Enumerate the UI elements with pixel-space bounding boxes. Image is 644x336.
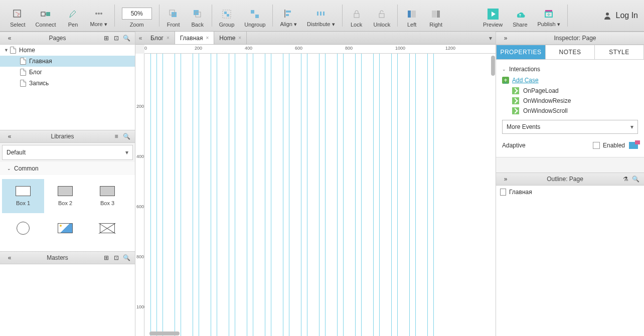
svg-rect-15 <box>255 15 259 18</box>
inspector-header: » Inspector: Page <box>496 32 644 45</box>
tab-notes[interactable]: NOTES <box>545 45 594 60</box>
ruler-tick: 800 <box>136 254 144 259</box>
left-panel-tool[interactable]: Left <box>401 3 423 29</box>
canvas[interactable] <box>144 54 496 336</box>
right-panel-tool[interactable]: Right <box>425 3 447 29</box>
distribute-tool[interactable]: Distribute ▾ <box>303 3 339 29</box>
connect-tool[interactable]: Connect <box>32 3 60 29</box>
more-events-select[interactable]: More Events▾ <box>502 120 638 134</box>
tab-style[interactable]: STYLE <box>594 45 644 60</box>
select-tool[interactable]: Select <box>6 3 30 29</box>
back-tool[interactable]: Back <box>187 3 209 29</box>
tree-item-1[interactable]: Блог <box>0 67 135 78</box>
tab-bar: « Блог× Главная× Home× ▾ <box>135 32 496 45</box>
connect-icon <box>40 9 51 20</box>
box-icon <box>58 186 73 196</box>
add-folder-icon[interactable]: ⊡ <box>112 253 121 262</box>
back-label: Back <box>191 22 203 28</box>
collapse-icon[interactable]: » <box>501 175 510 184</box>
scrollbar-vertical[interactable] <box>491 54 496 336</box>
add-case-button[interactable]: +Add Case <box>502 75 638 86</box>
event-icon <box>512 107 519 114</box>
page-icon <box>20 58 26 65</box>
page-icon <box>20 80 26 87</box>
tab-2[interactable]: Home× <box>214 32 247 44</box>
ungroup-tool[interactable]: Ungroup <box>240 3 269 29</box>
tab-label: STYLE <box>609 49 629 56</box>
front-icon <box>168 9 179 20</box>
adaptive-icon[interactable] <box>629 142 638 149</box>
outline-title: Outline: Page <box>510 176 620 183</box>
lib-ellipse[interactable] <box>2 213 44 247</box>
lib-placeholder[interactable] <box>86 213 128 247</box>
search-icon[interactable]: 🔍 <box>122 34 131 43</box>
search-icon[interactable]: 🔍 <box>122 132 131 141</box>
group-label: Group <box>219 22 235 28</box>
ruler-vertical: 200 400 600 800 1000 <box>135 54 144 336</box>
lib-box2[interactable]: Box 2 <box>44 179 86 213</box>
tab-properties[interactable]: PROPERTIES <box>496 45 545 60</box>
close-icon[interactable]: × <box>206 35 209 41</box>
lib-image[interactable] <box>44 213 86 247</box>
front-tool[interactable]: Front <box>163 3 185 29</box>
align-label: Align ▾ <box>280 21 297 28</box>
event-onpageload[interactable]: OnPageLoad <box>502 86 638 96</box>
add-page-icon[interactable]: ⊞ <box>102 34 111 43</box>
search-icon[interactable]: 🔍 <box>631 175 640 184</box>
library-select[interactable]: Default▾ <box>2 145 133 160</box>
group-tool[interactable]: Group <box>215 3 239 29</box>
lib-box1[interactable]: Box 1 <box>2 179 44 213</box>
tree-item-0[interactable]: Главная <box>0 56 135 67</box>
scrollbar-horizontal[interactable] <box>144 331 496 336</box>
lib-box3[interactable]: Box 3 <box>86 179 128 213</box>
left-panel-icon <box>406 9 417 20</box>
tree-root[interactable]: ▼Home <box>0 45 135 56</box>
svg-rect-23 <box>379 14 384 18</box>
filter-icon[interactable]: ⚗ <box>621 175 630 184</box>
event-onwindowscroll[interactable]: OnWindowScroll <box>502 106 638 116</box>
svg-rect-12 <box>224 12 227 14</box>
tab-arrow-right[interactable]: ▾ <box>486 32 496 44</box>
collapse-icon[interactable]: « <box>5 253 14 262</box>
enabled-checkbox[interactable] <box>593 142 600 149</box>
ellipse-icon <box>17 222 30 235</box>
group-icon <box>221 9 232 20</box>
collapse-icon[interactable]: « <box>5 34 14 43</box>
event-onwindowresize[interactable]: OnWindowResize <box>502 96 638 106</box>
tab-1[interactable]: Главная× <box>175 32 215 44</box>
event-icon <box>512 87 519 94</box>
more-tool[interactable]: More ▾ <box>86 3 111 29</box>
interactions-section[interactable]: ⌄Interactions <box>502 64 638 75</box>
publish-button[interactable]: Publish ▾ <box>534 3 564 29</box>
preview-button[interactable]: Preview <box>479 3 507 29</box>
zoom-tool[interactable]: 50% Zoom <box>118 3 156 29</box>
svg-point-4 <box>95 13 97 15</box>
tab-0[interactable]: Блог× <box>145 32 175 44</box>
masters-header: « Masters ⊞ ⊡ 🔍 <box>0 251 135 264</box>
login-button[interactable]: Log In <box>603 11 638 20</box>
lock-tool[interactable]: Lock <box>346 3 368 29</box>
svg-rect-25 <box>411 11 416 18</box>
tree-item-label: Главная <box>29 58 52 65</box>
pen-tool[interactable]: Pen <box>62 3 84 29</box>
menu-icon[interactable]: ≡ <box>112 132 121 141</box>
add-folder-icon[interactable]: ⊡ <box>112 34 121 43</box>
share-button[interactable]: Share <box>509 3 531 29</box>
page-icon <box>10 47 16 54</box>
tab-arrow-left[interactable]: « <box>135 32 145 44</box>
play-icon <box>488 9 499 20</box>
collapse-icon[interactable]: » <box>501 34 510 43</box>
svg-point-31 <box>606 13 609 16</box>
add-master-icon[interactable]: ⊞ <box>102 253 111 262</box>
library-section[interactable]: ⌄Common <box>0 162 135 175</box>
collapse-icon[interactable]: « <box>5 132 14 141</box>
tree-item-2[interactable]: Запись <box>0 78 135 89</box>
close-icon[interactable]: × <box>167 35 170 41</box>
close-icon[interactable]: × <box>238 35 241 41</box>
zoom-value[interactable]: 50% <box>122 8 152 20</box>
outline-item[interactable]: Главная <box>500 188 640 197</box>
align-tool[interactable]: Align ▾ <box>276 3 301 29</box>
search-icon[interactable]: 🔍 <box>122 253 131 262</box>
outline-body: Главная <box>496 186 644 336</box>
unlock-tool[interactable]: Unlock <box>370 3 395 29</box>
